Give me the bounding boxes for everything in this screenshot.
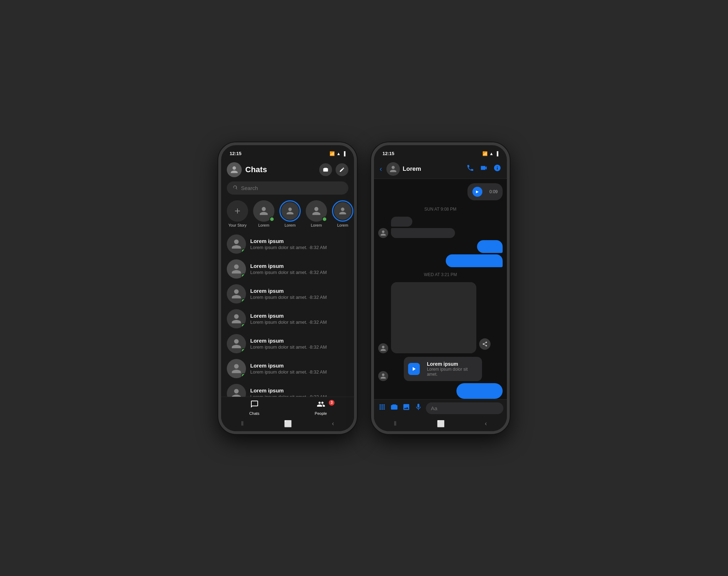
timestamp-2: WED AT 3:21 PM (378, 272, 503, 277)
signal-icon: ▲ (337, 151, 341, 156)
stories-row: Your Story Lorem Lorem (221, 199, 354, 232)
compose-button[interactable] (336, 163, 348, 176)
wifi-icon-2: 📶 (482, 151, 488, 156)
chat-online-2 (241, 298, 246, 303)
chat-avatar-1 (227, 259, 246, 279)
chat-name-1: Lorem ipsum (250, 263, 348, 269)
notch (261, 145, 314, 155)
link-title: Lorem ipsum (427, 361, 478, 367)
back-button-2[interactable]: ‹ (485, 420, 487, 427)
people-nav-label: People (315, 411, 327, 416)
link-msg-avatar (378, 371, 388, 381)
chat-avatar-3 (227, 309, 246, 328)
search-icon (232, 185, 238, 191)
chat-avatar-5 (227, 359, 246, 378)
story-4[interactable]: Lorem (332, 200, 353, 227)
chat-preview-3: Lorem ipsum dolor sit amet. ·8:32 AM (250, 319, 348, 325)
sent-msg-group (378, 240, 503, 267)
phone-call-button[interactable] (465, 163, 476, 174)
chat-item-3[interactable]: Lorem ipsum Lorem ipsum dolor sit amet. … (221, 306, 354, 331)
phone-chats: 12:15 📶 ▲ ▐ Chats Search (218, 142, 357, 434)
audio-duration-sent: 0:09 (489, 189, 498, 194)
audio-play-button-sent[interactable]: ▶ (472, 187, 482, 197)
chat-item-2[interactable]: Lorem ipsum Lorem ipsum dolor sit amet. … (221, 281, 354, 306)
story-avatar-2 (279, 200, 301, 222)
photo-icon[interactable] (402, 402, 411, 414)
phone-chat-detail: 12:15 📶 ▲ ▐ ‹ Lorem (371, 142, 510, 434)
emoji-icon[interactable] (506, 402, 507, 414)
chat-avatar-4 (227, 334, 246, 353)
story-2[interactable]: Lorem (279, 200, 301, 227)
link-preview-icon (408, 363, 420, 375)
camera-msg-icon[interactable] (390, 402, 399, 414)
chat-info-3: Lorem ipsum Lorem ipsum dolor sit amet. … (250, 313, 348, 325)
system-nav-2: ⦀ ⬜ ‹ (374, 417, 507, 431)
chat-list: Lorem ipsum Lorem ipsum dolor sit amet. … (221, 232, 354, 397)
contact-avatar (386, 162, 400, 176)
chat-preview-5: Lorem ipsum dolor sit amet. ·8:32 AM (250, 369, 348, 375)
chat-avatar-0 (227, 234, 246, 254)
nav-people[interactable]: 3 People (288, 400, 354, 416)
bottom-nav: Chats 3 People (221, 397, 354, 417)
recent-apps-button[interactable]: ⦀ (241, 420, 244, 427)
camera-button[interactable] (319, 163, 332, 176)
sent-bubble-1 (477, 240, 503, 253)
chat-info-5: Lorem ipsum Lorem ipsum dolor sit amet. … (250, 363, 348, 375)
sent-bubble-2 (446, 254, 503, 267)
chat-item-1[interactable]: Lorem ipsum Lorem ipsum dolor sit amet. … (221, 257, 354, 281)
user-avatar[interactable] (227, 162, 242, 177)
online-indicator-3 (322, 217, 327, 222)
chat-item-4[interactable]: Lorem ipsum Lorem ipsum dolor sit amet. … (221, 331, 354, 356)
video-call-button[interactable] (478, 163, 489, 174)
timestamp-1: SUN AT 9:08 PM (378, 207, 503, 212)
online-indicator-1 (269, 217, 274, 222)
chat-item-6[interactable]: Lorem ipsum Lorem ipsum dolor sit amet. … (221, 381, 354, 397)
link-preview[interactable]: Lorem ipsum Lorem ipsum dolor sit amet. (404, 357, 482, 381)
recent-apps-button-2[interactable]: ⦀ (394, 420, 397, 427)
video-msg-avatar (378, 343, 388, 353)
story-1[interactable]: Lorem (253, 200, 274, 227)
add-story-button[interactable] (227, 200, 248, 222)
chats-screen: Chats Search Your Story (221, 159, 354, 431)
mic-icon[interactable] (414, 402, 423, 414)
chat-item-5[interactable]: Lorem ipsum Lorem ipsum dolor sit amet. … (221, 356, 354, 381)
video-msg-row (378, 282, 503, 353)
message-input[interactable] (426, 402, 503, 414)
search-bar[interactable]: Search (227, 181, 348, 195)
audio-bubble-sent[interactable]: ▶ 0:09 (467, 183, 503, 200)
received-bubble-short (391, 217, 412, 227)
story-4-name: Lorem (337, 223, 348, 227)
info-button[interactable] (492, 163, 503, 174)
chat-item-0[interactable]: Lorem ipsum Lorem ipsum dolor sit amet. … (221, 232, 354, 257)
story-avatar-1 (253, 200, 274, 222)
story-2-name: Lorem (284, 223, 295, 227)
nav-chats[interactable]: Chats (221, 400, 288, 416)
home-button-2[interactable]: ⬜ (437, 420, 445, 428)
link-preview-text: Lorem ipsum Lorem ipsum dolor sit amet. (427, 361, 478, 377)
chat-preview-1: Lorem ipsum dolor sit amet. ·8:32 AM (250, 270, 348, 275)
people-nav-icon (317, 400, 325, 411)
contact-name: Lorem (403, 165, 462, 173)
story-3[interactable]: Lorem (306, 200, 327, 227)
signal-icon-2: ▲ (489, 151, 494, 156)
back-button[interactable]: ‹ (332, 420, 334, 427)
status-icons-chats: 📶 ▲ ▐ (330, 151, 346, 156)
back-button[interactable]: ‹ (378, 163, 384, 174)
chat-name-6: Lorem ipsum (250, 387, 348, 393)
status-icons-detail: 📶 ▲ ▐ (482, 151, 498, 156)
story-your-story[interactable]: Your Story (227, 200, 248, 227)
search-placeholder: Search (241, 185, 258, 191)
apps-icon[interactable] (378, 402, 387, 414)
story-avatar-4 (332, 200, 353, 222)
share-button[interactable] (479, 338, 491, 350)
video-thumbnail[interactable] (391, 282, 476, 353)
header-actions (465, 163, 503, 174)
chat-preview-6: Lorem ipsum dolor sit amet. ·8:32 AM (250, 394, 348, 397)
chat-online-3 (241, 323, 246, 328)
system-nav-1: ⦀ ⬜ ‹ (221, 417, 354, 431)
video-container (391, 282, 476, 353)
chat-name-0: Lorem ipsum (250, 238, 348, 244)
chat-detail-header: ‹ Lorem (374, 159, 507, 179)
notch-2 (414, 145, 467, 155)
home-button[interactable]: ⬜ (284, 420, 292, 428)
